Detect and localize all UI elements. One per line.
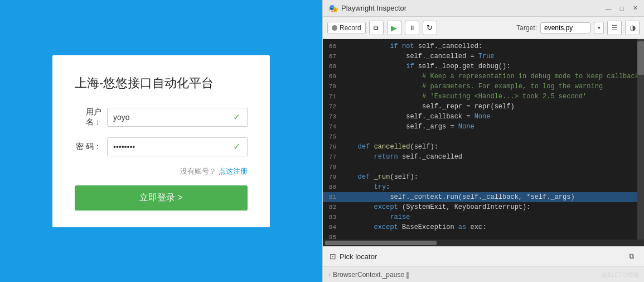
line-number: 82 xyxy=(323,202,342,212)
line-content: raise xyxy=(342,212,633,222)
table-row: 73 self._callback = None xyxy=(323,112,637,122)
line-number: 72 xyxy=(323,102,342,112)
hscrollbar-thumb xyxy=(325,241,437,245)
table-row: 84 except BaseException as exc: xyxy=(323,222,637,232)
toolbar: Record ⧉ ▶ ⏸ ↻ Target: ▾ ☰ ◑ xyxy=(323,17,644,39)
username-check-icon: ✓ xyxy=(226,112,247,122)
playwright-icon: 🎭 xyxy=(328,4,338,13)
table-row: 85 xyxy=(323,232,637,240)
line-content: def cancelled(self): xyxy=(342,142,633,152)
login-title: 上海-悠悠接口自动化平台 xyxy=(75,75,248,92)
target-dropdown[interactable]: ▾ xyxy=(594,22,604,34)
register-link[interactable]: 点这注册 xyxy=(219,167,248,175)
target-input[interactable] xyxy=(540,22,590,34)
username-input[interactable] xyxy=(108,108,226,126)
bottom-bar: › BrowserContext._pause ‖ xyxy=(323,266,644,282)
line-number: 66 xyxy=(323,41,342,51)
password-input[interactable] xyxy=(108,138,226,156)
password-input-wrapper: ✓ xyxy=(107,137,248,156)
table-row: 72 self._repr = repr(self) xyxy=(323,102,637,112)
code-area: 66 if not self._cancelled:67 self._cance… xyxy=(323,39,644,240)
theme-button[interactable]: ◑ xyxy=(625,21,640,35)
line-content: self._context.run(self._callback, *self.… xyxy=(342,192,633,202)
scrollbar-thumb xyxy=(637,41,644,75)
table-row: 82 except (SystemExit, KeyboardInterrupt… xyxy=(323,202,637,212)
play-button[interactable]: ▶ xyxy=(387,21,401,35)
table-row: 78 xyxy=(323,162,637,172)
bottom-status-text: BrowserContext._pause ‖ xyxy=(333,271,409,279)
table-row: 67 self._cancelled = True xyxy=(323,51,637,61)
code-scroll[interactable]: 66 if not self._cancelled:67 self._cance… xyxy=(323,39,637,240)
table-row: 77 return self._cancelled xyxy=(323,152,637,162)
window-controls: — □ ✕ xyxy=(605,5,638,12)
password-label: 密 码： xyxy=(75,142,101,152)
line-number: 80 xyxy=(323,182,342,192)
record-button[interactable]: Record xyxy=(327,22,366,34)
register-hint: 没有账号？ xyxy=(180,167,216,175)
username-input-wrapper: ✓ xyxy=(107,108,248,127)
line-number: 81 xyxy=(323,192,342,202)
table-row: 79 def _run(self): xyxy=(323,172,637,182)
table-row: 80 try: xyxy=(323,182,637,192)
line-content: # Keep a representation in debug mode to… xyxy=(342,71,637,82)
table-row: 68 if self._loop.get_debug(): xyxy=(323,61,637,71)
line-number: 69 xyxy=(323,71,342,82)
table-row: 76 def cancelled(self): xyxy=(323,142,637,152)
copy-button[interactable]: ⧉ xyxy=(369,21,384,35)
record-dot-icon xyxy=(332,25,337,31)
target-area: Target: ▾ ☰ ◑ xyxy=(516,21,640,35)
menu-button[interactable]: ☰ xyxy=(607,21,622,35)
line-number: 67 xyxy=(323,51,342,61)
line-number: 78 xyxy=(323,162,342,172)
line-number: 74 xyxy=(323,122,342,132)
line-content: except (SystemExit, KeyboardInterrupt): xyxy=(342,202,633,212)
line-number: 70 xyxy=(323,82,342,92)
username-row: 用户名： ✓ xyxy=(75,107,248,127)
title-bar: 🎭 Playwright Inspector — □ ✕ xyxy=(323,0,644,17)
window-title: Playwright Inspector xyxy=(341,4,605,12)
line-content: # parameters. For example, to log the wa… xyxy=(342,82,633,92)
watermark: @51CTO博客 xyxy=(602,271,640,279)
pick-locator-label: Pick locator xyxy=(340,252,625,261)
playwright-inspector: 🎭 Playwright Inspector — □ ✕ Record ⧉ ▶ … xyxy=(322,0,644,282)
line-content: return self._cancelled xyxy=(342,152,633,162)
line-content: if self._loop.get_debug(): xyxy=(342,61,633,71)
line-number: 75 xyxy=(323,132,342,142)
pause-button[interactable]: ⏸ xyxy=(405,21,419,35)
vertical-scrollbar[interactable] xyxy=(637,39,644,240)
line-content: try: xyxy=(342,182,633,192)
register-row: 没有账号？ 点这注册 xyxy=(75,166,248,176)
close-button[interactable]: ✕ xyxy=(632,5,638,12)
line-content: self._repr = repr(self) xyxy=(342,102,633,112)
password-check-icon: ✓ xyxy=(226,141,247,152)
pick-locator-icon: ⊡ xyxy=(330,252,336,261)
line-number: 85 xyxy=(323,232,342,240)
line-content: self._cancelled = True xyxy=(342,51,633,61)
left-panel: 上海-悠悠接口自动化平台 用户名： ✓ 密 码： ✓ 没有账号？ 点这注册 立即… xyxy=(0,0,322,282)
table-row: 81 self._context.run(self._callback, *se… xyxy=(323,192,637,202)
horizontal-scrollbar[interactable] xyxy=(323,240,644,246)
table-row: 69 # Keep a representation in debug mode… xyxy=(323,71,637,82)
line-number: 73 xyxy=(323,112,342,122)
line-number: 83 xyxy=(323,212,342,222)
login-button[interactable]: 立即登录 > xyxy=(75,185,248,211)
line-content: # 'Executing <Handle...> took 2.5 second… xyxy=(342,92,633,102)
minimize-button[interactable]: — xyxy=(605,5,612,12)
table-row: 75 xyxy=(323,132,637,142)
line-content: self._args = None xyxy=(342,122,633,132)
line-number: 76 xyxy=(323,142,342,152)
maximize-button[interactable]: □ xyxy=(618,5,625,12)
line-number: 77 xyxy=(323,152,342,162)
table-row: 74 self._args = None xyxy=(323,122,637,132)
pick-copy-button[interactable]: ⧉ xyxy=(625,250,637,262)
target-label: Target: xyxy=(516,24,537,32)
line-number: 68 xyxy=(323,61,342,71)
line-number: 84 xyxy=(323,222,342,232)
chevron-down-icon: › xyxy=(328,271,331,279)
table-row: 66 if not self._cancelled: xyxy=(323,41,637,51)
pick-locator-bar: ⊡ Pick locator ⧉ xyxy=(323,246,644,266)
line-content: except BaseException as exc: xyxy=(342,222,633,232)
login-card: 上海-悠悠接口自动化平台 用户名： ✓ 密 码： ✓ 没有账号？ 点这注册 立即… xyxy=(52,55,270,227)
line-content: def _run(self): xyxy=(342,172,633,182)
refresh-button[interactable]: ↻ xyxy=(423,21,437,35)
